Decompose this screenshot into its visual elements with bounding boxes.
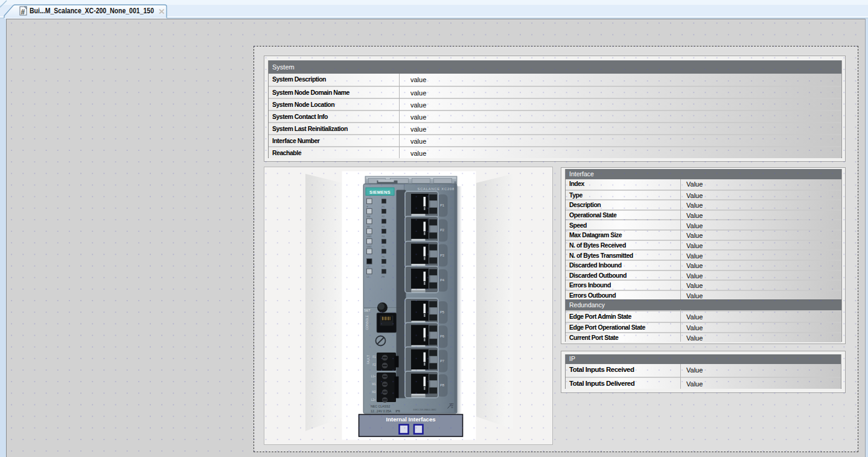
svg-text:L2+: L2+ (371, 398, 376, 401)
svg-text:SCALANCE XC208: SCALANCE XC208 (417, 187, 455, 191)
svg-text:P3: P3 (382, 226, 385, 228)
svg-text:6GK5 208-0BA00-2AB2: 6GK5 208-0BA00-2AB2 (413, 409, 436, 411)
svg-text:P4: P4 (440, 278, 445, 282)
svg-text:SB: SB (367, 226, 371, 228)
svg-text:FAULT: FAULT (366, 355, 370, 364)
svg-text:DM2: DM2 (367, 246, 372, 248)
svg-text:CONSOLE: CONSOLE (365, 315, 369, 330)
svg-text:P1: P1 (382, 206, 385, 208)
svg-text:#: # (21, 8, 25, 16)
svg-text:F2: F2 (372, 363, 376, 366)
svg-text:M2: M2 (372, 391, 376, 394)
svg-text:L1: L1 (367, 266, 369, 268)
svg-text:SET: SET (364, 308, 371, 312)
svg-text:M1: M1 (372, 383, 376, 386)
svg-text:Bui...M_Scalance_XC-200_None_0: Bui...M_Scalance_XC-200_None_001_150 (30, 6, 154, 15)
svg-text:P1: P1 (440, 203, 444, 207)
svg-text:P4: P4 (382, 235, 385, 238)
svg-text:L1+: L1+ (371, 375, 376, 378)
svg-text:DM1: DM1 (367, 235, 372, 238)
svg-text:Internal Interfaces: Internal Interfaces (386, 416, 436, 423)
svg-text:P8: P8 (440, 383, 444, 387)
svg-text:P6: P6 (382, 256, 385, 258)
svg-text:NEC CLASS2: NEC CLASS2 (371, 404, 390, 408)
svg-text:P7: P7 (382, 266, 385, 268)
svg-text:P7: P7 (440, 359, 444, 363)
svg-text:P5: P5 (440, 310, 444, 314)
svg-text:P6: P6 (440, 334, 444, 338)
svg-text:P5: P5 (382, 246, 385, 248)
svg-text:P2: P2 (382, 216, 385, 218)
svg-text:12...24V 0.35A: 12...24V 0.35A (371, 409, 392, 413)
svg-text:RM: RM (367, 216, 371, 218)
svg-text:P8: P8 (382, 276, 385, 278)
svg-text:P2: P2 (440, 228, 444, 232)
svg-text:P3: P3 (440, 254, 444, 257)
svg-text:F1: F1 (372, 356, 376, 359)
svg-text:SIEMENS: SIEMENS (369, 190, 391, 195)
svg-text:L2: L2 (367, 276, 369, 278)
